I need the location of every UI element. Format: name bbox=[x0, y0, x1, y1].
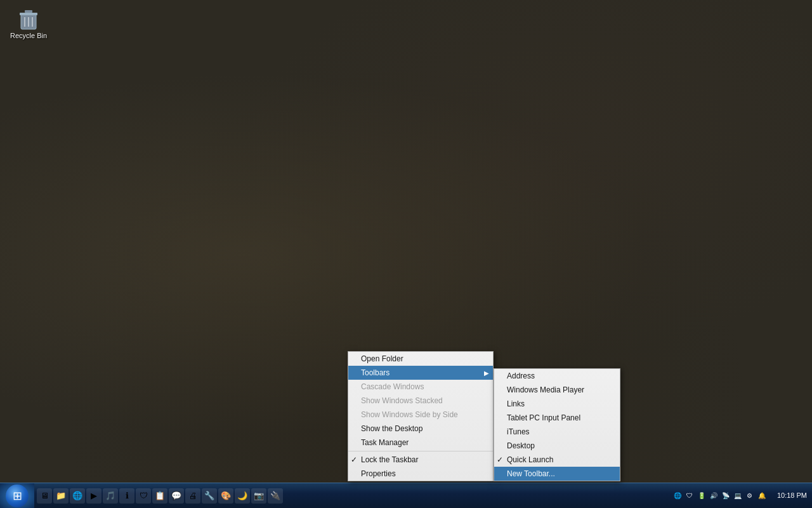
tray-icon-misc3[interactable]: ⚙ bbox=[745, 491, 755, 501]
tray-icon-network[interactable]: 🌐 bbox=[672, 491, 683, 501]
menu-item-open-folder[interactable]: Open Folder bbox=[348, 352, 493, 366]
quick-launch-check-icon: ✓ bbox=[497, 455, 503, 464]
tray-icon-misc4[interactable]: 🔔 bbox=[757, 491, 767, 501]
recycle-bin-label: Recycle Bin bbox=[10, 32, 47, 39]
taskbar-icon-14[interactable]: 📷 bbox=[251, 488, 266, 504]
submenu-arrow-icon: ▶ bbox=[484, 370, 489, 377]
submenu-item-itunes[interactable]: iTunes bbox=[494, 425, 620, 439]
menu-item-cascade-windows: Cascade Windows bbox=[348, 380, 493, 394]
windows-logo-icon: ⊞ bbox=[13, 489, 22, 503]
taskbar-icon-3[interactable]: 🌐 bbox=[70, 488, 85, 504]
menu-separator bbox=[348, 451, 493, 451]
taskbar-icon-2[interactable]: 📁 bbox=[53, 488, 69, 504]
taskbar-icon-5[interactable]: 🎵 bbox=[103, 488, 118, 504]
submenu-item-new-toolbar[interactable]: New Toolbar... bbox=[494, 467, 620, 481]
svg-rect-2 bbox=[25, 10, 32, 13]
menu-item-lock-taskbar[interactable]: ✓ Lock the Taskbar bbox=[348, 453, 493, 467]
recycle-bin-image bbox=[16, 6, 41, 32]
taskbar-icon-12[interactable]: 🎨 bbox=[218, 488, 233, 504]
recycle-bin-icon[interactable]: Recycle Bin bbox=[6, 6, 51, 39]
start-button[interactable]: ⊞ bbox=[0, 483, 34, 509]
menu-item-properties[interactable]: Properties bbox=[348, 467, 493, 481]
menu-item-task-manager[interactable]: Task Manager bbox=[348, 436, 493, 450]
system-tray: 🌐 🛡 🔋 🔊 📡 💻 ⚙ 🔔 bbox=[667, 483, 772, 508]
menu-item-show-windows-side: Show Windows Side by Side bbox=[348, 408, 493, 422]
tray-icon-sound[interactable]: 🔊 bbox=[709, 491, 719, 501]
taskbar-icons-area: 🖥 📁 🌐 ▶ 🎵 ℹ 🛡 📋 💬 🖨 🔧 🎨 🌙 📷 🔌 bbox=[34, 483, 667, 508]
taskbar-icon-7[interactable]: 🛡 bbox=[136, 488, 151, 504]
submenu-item-quick-launch[interactable]: ✓ Quick Launch bbox=[494, 453, 620, 467]
taskbar-icon-1[interactable]: 🖥 bbox=[37, 488, 52, 504]
submenu-item-links[interactable]: Links bbox=[494, 397, 620, 411]
taskbar-icon-6[interactable]: ℹ bbox=[119, 488, 134, 504]
menu-item-show-desktop[interactable]: Show the Desktop bbox=[348, 422, 493, 436]
taskbar-icon-15[interactable]: 🔌 bbox=[268, 488, 283, 504]
desktop: Recycle Bin Open Folder Toolbars ▶ Casca… bbox=[0, 0, 812, 508]
submenu-item-desktop[interactable]: Desktop bbox=[494, 439, 620, 453]
taskbar-icon-13[interactable]: 🌙 bbox=[235, 488, 250, 504]
submenu-item-windows-media-player[interactable]: Windows Media Player bbox=[494, 383, 620, 397]
submenu-item-address[interactable]: Address bbox=[494, 369, 620, 383]
checkmark-icon: ✓ bbox=[351, 455, 357, 464]
tray-icon-battery[interactable]: 🔋 bbox=[697, 491, 707, 501]
taskbar-icon-9[interactable]: 💬 bbox=[169, 488, 184, 504]
taskbar-icon-11[interactable]: 🔧 bbox=[202, 488, 217, 504]
taskbar-icon-4[interactable]: ▶ bbox=[86, 488, 102, 504]
start-orb: ⊞ bbox=[6, 485, 29, 507]
taskbar-context-menu: Open Folder Toolbars ▶ Cascade Windows S… bbox=[348, 351, 494, 481]
tray-icon-misc1[interactable]: 📡 bbox=[721, 491, 731, 501]
taskbar: ⊞ 🖥 📁 🌐 ▶ 🎵 ℹ 🛡 📋 💬 🖨 🔧 🎨 🌙 📷 🔌 🌐 🛡 🔋 🔊 bbox=[0, 483, 812, 508]
taskbar-icon-8[interactable]: 📋 bbox=[152, 488, 167, 504]
menu-item-show-windows-stacked: Show Windows Stacked bbox=[348, 394, 493, 408]
taskbar-icon-10[interactable]: 🖨 bbox=[185, 488, 200, 504]
system-clock[interactable]: 10:18 PM bbox=[772, 491, 812, 500]
submenu-item-tablet-pc[interactable]: Tablet PC Input Panel bbox=[494, 411, 620, 425]
menu-item-toolbars[interactable]: Toolbars ▶ bbox=[348, 366, 493, 380]
tray-icon-shield[interactable]: 🛡 bbox=[684, 491, 695, 501]
tray-icon-misc2[interactable]: 💻 bbox=[733, 491, 743, 501]
toolbars-submenu: Address Windows Media Player Links Table… bbox=[494, 368, 620, 481]
svg-rect-1 bbox=[20, 13, 37, 15]
